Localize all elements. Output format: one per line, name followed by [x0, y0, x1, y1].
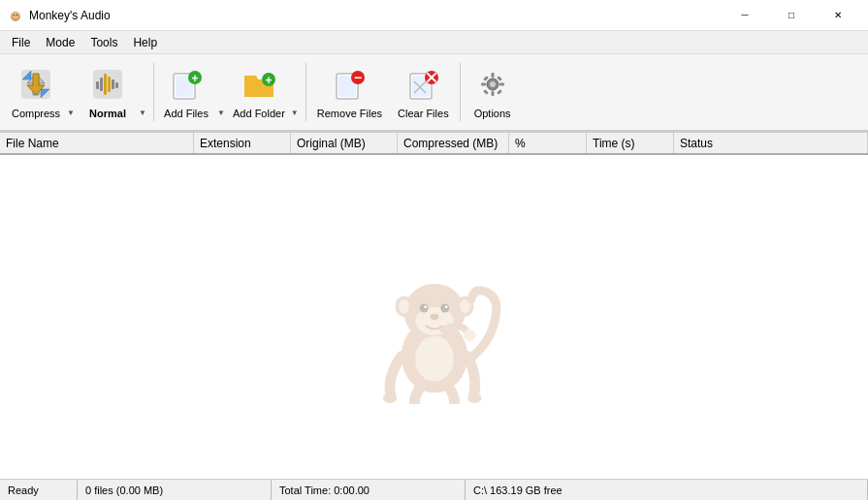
svg-point-59: [415, 336, 454, 382]
menu-mode[interactable]: Mode: [38, 34, 82, 51]
compress-icon: [17, 66, 54, 103]
monkey-watermark: [357, 230, 512, 404]
statusbar: Ready 0 files (0.00 MB) Total Time: 0:00…: [0, 479, 868, 500]
toolbar-separator-2: [305, 63, 306, 121]
normal-dropdown-button[interactable]: ▼: [136, 58, 149, 126]
remove-files-icon-area: −: [330, 65, 369, 104]
svg-text:+: +: [191, 72, 198, 85]
svg-point-58: [467, 392, 481, 403]
options-icon: [474, 66, 511, 103]
table-header: File Name Extension Original (MB) Compre…: [0, 132, 868, 155]
svg-rect-16: [115, 82, 118, 88]
status-files: 0 files (0.00 MB): [78, 480, 272, 500]
status-disk: C:\ 163.19 GB free: [466, 480, 868, 500]
options-icon-area: [473, 65, 512, 104]
clear-files-icon-area: [403, 65, 442, 104]
toolbar-separator-3: [460, 63, 461, 121]
col-percent[interactable]: %: [509, 133, 587, 153]
compress-group: Compress ▼: [8, 58, 78, 126]
add-folder-icon: +: [241, 66, 277, 103]
titlebar-controls: ─ □ ✕: [723, 0, 860, 31]
add-files-icon-area: +: [167, 65, 206, 104]
app-icon: [8, 8, 23, 23]
svg-point-51: [444, 305, 447, 308]
svg-rect-14: [108, 77, 111, 92]
add-files-dropdown-button[interactable]: ▼: [214, 58, 228, 126]
svg-point-57: [382, 392, 396, 403]
svg-rect-11: [96, 81, 99, 89]
svg-rect-38: [491, 91, 494, 96]
svg-rect-12: [100, 78, 103, 91]
clear-files-icon: [404, 66, 441, 103]
options-label: Options: [474, 108, 511, 119]
toolbar-separator-1: [153, 63, 154, 121]
col-file-name[interactable]: File Name: [0, 133, 194, 153]
titlebar: Monkey's Audio ─ □ ✕: [0, 0, 868, 31]
svg-point-48: [419, 304, 428, 313]
compress-icon-area: [16, 65, 55, 104]
col-status[interactable]: Status: [674, 133, 868, 153]
add-files-label: Add Files: [164, 108, 209, 119]
app-title: Monkey's Audio: [29, 9, 111, 22]
svg-rect-15: [112, 79, 114, 89]
svg-point-50: [424, 305, 427, 308]
svg-point-49: [440, 304, 449, 313]
add-files-button[interactable]: + Add Files: [158, 58, 214, 126]
svg-point-54: [399, 299, 409, 313]
normal-label: Normal: [89, 108, 126, 119]
add-folder-dropdown-button[interactable]: ▼: [288, 58, 302, 126]
normal-button[interactable]: Normal: [80, 58, 136, 126]
compress-label: Compress: [12, 108, 60, 119]
col-compressed[interactable]: Compressed (MB): [398, 133, 509, 153]
add-folder-icon-area: +: [240, 65, 278, 104]
svg-rect-40: [499, 83, 504, 86]
col-original[interactable]: Original (MB): [291, 133, 398, 153]
svg-point-52: [430, 314, 438, 320]
menu-help[interactable]: Help: [125, 34, 165, 51]
col-time[interactable]: Time (s): [587, 133, 674, 153]
minimize-button[interactable]: ─: [723, 0, 767, 31]
menubar: File Mode Tools Help: [0, 31, 868, 54]
svg-point-36: [490, 81, 496, 87]
svg-rect-39: [481, 83, 486, 86]
svg-rect-44: [497, 89, 502, 95]
clear-files-button[interactable]: Clear Files: [391, 58, 456, 126]
status-total-time: Total Time: 0:00.00: [272, 480, 466, 500]
col-extension[interactable]: Extension: [194, 133, 291, 153]
close-button[interactable]: ✕: [816, 0, 860, 31]
status-ready: Ready: [0, 480, 78, 500]
maximize-button[interactable]: □: [769, 0, 814, 31]
add-files-group: + Add Files ▼: [158, 58, 228, 126]
toolbar: Compress ▼ Normal ▼: [0, 54, 868, 132]
normal-group: Normal ▼: [80, 58, 149, 126]
svg-point-3: [16, 14, 18, 16]
svg-point-2: [14, 14, 16, 16]
remove-files-icon: −: [331, 66, 368, 103]
remove-files-label: Remove Files: [317, 108, 382, 119]
add-folder-label: Add Folder: [233, 108, 285, 119]
svg-text:−: −: [354, 70, 362, 85]
normal-icon: [89, 66, 126, 103]
normal-icon-area: [88, 65, 127, 104]
svg-point-60: [463, 329, 475, 342]
svg-point-4: [14, 16, 17, 18]
add-folder-button[interactable]: + Add Folder: [230, 58, 288, 126]
compress-dropdown-button[interactable]: ▼: [64, 58, 78, 126]
svg-text:+: +: [265, 74, 272, 87]
svg-rect-37: [491, 73, 494, 78]
menu-file[interactable]: File: [4, 34, 38, 51]
svg-rect-13: [104, 74, 107, 95]
menu-tools[interactable]: Tools: [82, 34, 125, 51]
titlebar-left: Monkey's Audio: [8, 8, 111, 23]
options-button[interactable]: Options: [465, 58, 521, 126]
main-content: [0, 155, 868, 479]
remove-files-button[interactable]: − Remove Files: [310, 58, 389, 126]
compress-button[interactable]: Compress: [8, 58, 64, 126]
svg-rect-43: [483, 89, 489, 95]
clear-files-label: Clear Files: [398, 108, 449, 119]
add-folder-group: + Add Folder ▼: [230, 58, 302, 126]
add-files-icon: +: [168, 66, 205, 103]
